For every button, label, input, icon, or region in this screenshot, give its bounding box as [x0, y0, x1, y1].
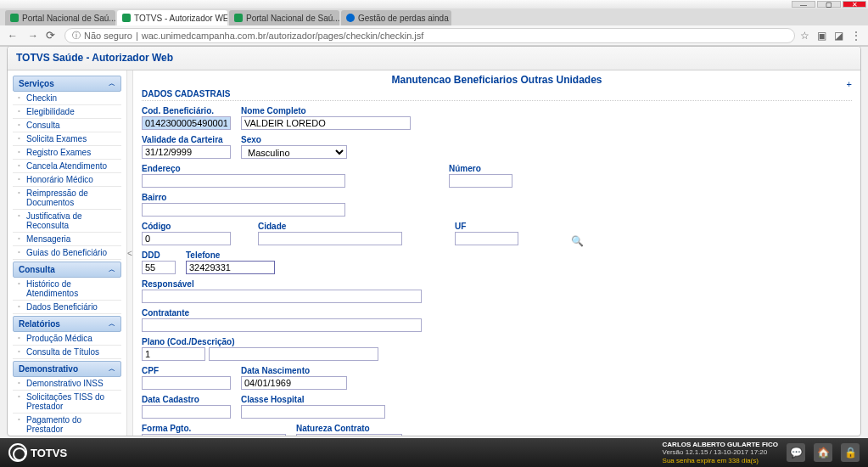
- sidebar-item-checkin[interactable]: Checkin: [13, 92, 121, 105]
- chevron-up-icon: ︿: [109, 265, 115, 274]
- extension-icon[interactable]: ◪: [834, 30, 846, 42]
- input-classe-hospital[interactable]: [241, 405, 385, 419]
- section-label: Consulta: [19, 265, 55, 274]
- info-icon: ⓘ: [72, 30, 81, 42]
- window-minimize[interactable]: —: [792, 1, 815, 8]
- section-label: Serviços: [19, 79, 54, 88]
- sidebar-item-registro-exames[interactable]: Registro Exames: [13, 146, 121, 160]
- browser-tab[interactable]: Portal Nacional de Saú...✕: [229, 10, 339, 25]
- chevron-up-icon: ︿: [109, 319, 115, 329]
- chat-icon[interactable]: 💬: [787, 443, 805, 462]
- input-validade[interactable]: [142, 145, 231, 159]
- totvs-logo-icon: [8, 443, 27, 462]
- input-telefone[interactable]: [186, 261, 275, 274]
- extension-icon[interactable]: ▣: [817, 30, 829, 42]
- sidebar-item-inss[interactable]: Demonstrativo INSS: [13, 377, 121, 391]
- window-titlebar: — ▢ ✕: [0, 0, 868, 8]
- footer-expire: Sua senha expira em 338 dia(s): [663, 457, 778, 465]
- sidebar-collapse-handle[interactable]: <: [126, 70, 133, 436]
- sidebar-item-solicita-exames[interactable]: Solicita Exames: [13, 132, 121, 146]
- sidebar-item-justificativa[interactable]: Justificativa de Reconsulta: [13, 210, 121, 233]
- label-codigo: Código: [142, 222, 231, 231]
- chevron-up-icon: ︿: [109, 79, 115, 88]
- reload-icon[interactable]: ⟳: [46, 29, 59, 42]
- star-icon[interactable]: ☆: [800, 30, 812, 42]
- input-contratante[interactable]: [142, 318, 422, 332]
- select-natureza-contrato[interactable]: 0 - Não Informado: [296, 434, 402, 436]
- input-plano-desc[interactable]: [209, 347, 378, 361]
- page-title: TOTVS Saúde - Autorizador Web: [16, 52, 852, 64]
- sidebar-item-tiss[interactable]: Solicitações TISS do Prestador: [13, 391, 121, 414]
- nav-back-icon[interactable]: ←: [5, 28, 20, 43]
- sidebar-item-dados-benef[interactable]: Dados Beneficiário: [13, 301, 121, 314]
- sidebar-item-producao[interactable]: Produção Médica: [13, 332, 121, 346]
- input-forma-pgto[interactable]: [142, 434, 286, 436]
- sidebar-item-titulos[interactable]: Consulta de Títulos: [13, 346, 121, 359]
- input-ddd[interactable]: [142, 261, 176, 274]
- input-uf[interactable]: [455, 232, 518, 245]
- section-label: Demonstrativo: [19, 364, 78, 374]
- input-numero[interactable]: [449, 174, 512, 188]
- favicon-icon: [234, 14, 243, 22]
- lock-icon[interactable]: 🔒: [841, 443, 860, 462]
- browser-tab-active[interactable]: TOTVS - Autorizador WE✕: [117, 10, 227, 25]
- sidebar-item-historico[interactable]: Histórico de Atendimentos: [13, 278, 121, 301]
- home-icon[interactable]: 🏠: [814, 443, 832, 462]
- input-nome-completo[interactable]: [241, 116, 411, 130]
- favicon-icon: [10, 14, 19, 22]
- form-title: Manutencao Beneficiarios Outras Unidades: [142, 74, 852, 86]
- sidebar-item-elegibilidade[interactable]: Elegibilidade: [13, 105, 121, 119]
- input-plano-cod[interactable]: [142, 347, 205, 361]
- input-cod-beneficiario[interactable]: [142, 116, 231, 130]
- label-cpf: CPF: [142, 366, 231, 375]
- url-text: wac.unimedcampanha.com.br/autorizador/pa…: [142, 31, 424, 41]
- sidebar-item-consulta[interactable]: Consulta: [13, 119, 121, 132]
- label-endereco: Endereço: [142, 164, 345, 173]
- address-bar[interactable]: ⓘ Não seguro | wac.unimedcampanha.com.br…: [64, 28, 795, 43]
- sidebar-section-consulta[interactable]: Consulta︿: [13, 262, 121, 278]
- sidebar-item-honorario[interactable]: Honorário Médico: [13, 173, 121, 187]
- sidebar-section-relatorios[interactable]: Relatórios︿: [13, 316, 121, 332]
- form-grid: Cod. Beneficiário. Nome Completo Validad…: [142, 106, 852, 436]
- label-responsavel: Responsável: [142, 279, 422, 289]
- tab-label: Portal Nacional de Saú...: [246, 14, 339, 23]
- toolbar-right: ☆ ▣ ◪ ⋮: [800, 30, 863, 42]
- label-plano: Plano (Cod./Descrição): [142, 337, 378, 346]
- label-validade: Validade da Carteira: [142, 135, 231, 144]
- input-responsavel[interactable]: [142, 290, 422, 303]
- favicon-icon: [346, 14, 355, 22]
- sidebar-section-demonstrativo[interactable]: Demonstrativo︿: [13, 361, 121, 377]
- input-cidade[interactable]: [258, 232, 402, 245]
- footer-brand: TOTVS: [31, 447, 67, 459]
- input-cpf[interactable]: [142, 376, 231, 390]
- select-sexo[interactable]: Masculino: [241, 145, 347, 159]
- sidebar-item-pagamento[interactable]: Pagamento do Prestador: [13, 414, 121, 436]
- sidebar-section-servicos[interactable]: Serviços︿: [13, 76, 121, 92]
- sidebar-item-reimpressao[interactable]: Reimpressão de Documentos: [13, 187, 121, 210]
- input-endereco[interactable]: [142, 174, 345, 188]
- sidebar-item-mensageria[interactable]: Mensageria: [13, 233, 121, 246]
- input-data-nascimento[interactable]: [241, 376, 347, 390]
- search-icon[interactable]: 🔍: [571, 235, 584, 247]
- menu-icon[interactable]: ⋮: [851, 30, 863, 42]
- footer-logo: TOTVS: [8, 443, 67, 462]
- input-bairro[interactable]: [142, 203, 345, 217]
- browser-tab[interactable]: Portal Nacional de Saú...✕: [5, 10, 115, 25]
- section-dados-cadastrais: DADOS CADASTRAIS: [142, 89, 852, 101]
- input-data-cadastro[interactable]: [142, 405, 231, 419]
- label-classe-hospital: Classe Hospital: [241, 395, 385, 404]
- add-icon[interactable]: +: [847, 79, 852, 89]
- input-codigo[interactable]: [142, 232, 231, 245]
- window-close[interactable]: ✕: [843, 1, 866, 8]
- footer-user-block: CARLOS ALBERTO GULARTE FICO Versão 12.1.…: [663, 441, 778, 465]
- sidebar-item-cancela-atend[interactable]: Cancela Atendimento: [13, 160, 121, 173]
- sidebar-item-guias[interactable]: Guias do Beneficiário: [13, 246, 121, 260]
- nav-forward-icon[interactable]: →: [25, 28, 41, 43]
- window-maximize[interactable]: ▢: [817, 1, 841, 8]
- sidebar: Serviços︿ Checkin Elegibilidade Consulta…: [8, 70, 126, 436]
- label-ddd: DDD: [142, 250, 176, 260]
- tab-label: TOTVS - Autorizador WE: [134, 14, 227, 23]
- label-sexo: Sexo: [241, 135, 347, 144]
- browser-tab[interactable]: Gestão de perdas ainda ...✕: [341, 10, 451, 25]
- label-nome-completo: Nome Completo: [241, 106, 411, 115]
